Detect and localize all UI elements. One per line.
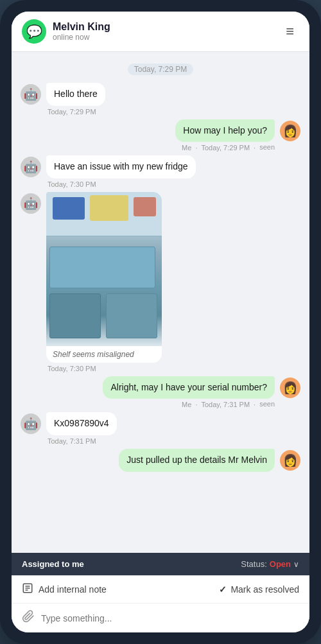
seen-label: seen [259,400,275,408]
msg-content: Shelf seems misaligned Today, 7:30 PM [46,192,162,372]
message-time: Today, 7:30 PM [46,365,162,372]
action-bar: Add internal note ✓ Mark as resolved [12,575,309,604]
avatar: 👩 [280,378,300,398]
message-time: Today, 7:31 PM [201,401,251,408]
resolve-label: Mark as resolved [230,584,299,595]
sender-label: Me [182,144,193,152]
avatar: 👩 [280,450,300,471]
menu-button[interactable]: ≡ [281,21,299,42]
message-text: Have an issue with my new fridge [54,161,188,171]
avatar: 🤖 [21,84,41,105]
input-bar [12,604,309,632]
message-text: Alright, may I have your serial number? [110,382,267,392]
whatsapp-avatar: 💬 [22,19,46,44]
message-row: 🤖 Hello there Today, 7:29 PM [21,83,300,116]
message-text: Kx0987890v4 [54,418,109,428]
contact-name: Melvin King [53,21,281,33]
message-text: How may I help you? [183,125,267,135]
msg-content: Hello there Today, 7:29 PM [46,83,105,116]
header-info: Melvin King online now [53,21,281,42]
resolve-icon: ✓ [219,584,227,595]
sender-label: Me [182,401,193,408]
message-row: How may I help you? Me · Today, 7:29 PM … [21,119,300,152]
dot-separator: · [254,401,257,408]
status-bar: Assigned to me Status: Open ∨ [12,553,309,575]
message-bubble: Hello there [46,83,105,106]
status-badge[interactable]: Status: Open ∨ [241,559,299,569]
message-text: Hello there [54,89,98,99]
message-row: 🤖 Kx0987890v4 Today, 7:31 PM [21,412,300,445]
contact-status: online now [53,33,281,42]
resolve-button[interactable]: ✓ Mark as resolved [219,584,299,595]
msg-content: Alright, may I have your serial number? … [103,376,275,409]
image-bubble: Shelf seems misaligned [46,192,162,363]
note-label: Add internal note [39,584,107,595]
dot-separator: · [195,144,198,152]
message-row: 🤖 Have an issue with my new fridge Today… [21,155,300,188]
assigned-label: Assigned to [22,559,69,569]
header: 💬 Melvin King online now ≡ [12,12,309,52]
msg-content: Just pulled up the details Mr Melvin [119,449,275,472]
status-value: Open [270,559,291,569]
dot-separator: · [254,144,257,152]
assigned-to: Assigned to me [22,559,84,569]
message-time: Today, 7:31 PM [46,437,117,445]
dot-separator: · [195,401,198,408]
assigned-value: me [72,559,84,569]
msg-content: Kx0987890v4 Today, 7:31 PM [46,412,117,445]
add-note-button[interactable]: Add internal note [22,582,107,596]
message-bubble: Alright, may I have your serial number? [103,376,275,399]
status-label: Status: [241,559,266,569]
msg-content: Have an issue with my new fridge Today, … [46,155,196,188]
message-row: Just pulled up the details Mr Melvin 👩 [21,449,300,472]
fridge-image [46,192,162,346]
message-input[interactable] [41,613,299,623]
note-icon [22,582,33,596]
date-divider: Today, 7:29 PM [128,64,194,75]
message-bubble: Kx0987890v4 [46,412,117,435]
chat-area: Today, 7:29 PM 🤖 Hello there Today, 7:29… [12,52,309,553]
outgoing-meta: Me · Today, 7:29 PM · seen [175,142,275,152]
message-row: 🤖 Shelf seems misalig [21,192,300,372]
avatar: 🤖 [21,413,41,434]
message-time: Today, 7:30 PM [46,180,196,188]
message-text: Just pulled up the details Mr Melvin [126,455,267,465]
message-time: Today, 7:29 PM [201,144,251,152]
message-bubble: How may I help you? [175,119,275,143]
seen-label: seen [259,143,275,151]
avatar: 👩 [280,121,300,141]
message-time: Today, 7:29 PM [46,108,105,116]
chevron-down-icon: ∨ [293,560,299,569]
avatar: 🤖 [21,157,41,177]
avatar: 🤖 [21,193,41,214]
image-caption: Shelf seems misaligned [46,346,162,363]
message-bubble: Just pulled up the details Mr Melvin [119,449,275,472]
phone-shell: 💬 Melvin King online now ≡ Today, 7:29 P… [0,0,321,644]
outgoing-meta: Me · Today, 7:31 PM · seen [103,399,275,408]
message-bubble: Have an issue with my new fridge [46,155,196,178]
phone-inner: 💬 Melvin King online now ≡ Today, 7:29 P… [12,12,309,632]
message-row: Alright, may I have your serial number? … [21,376,300,409]
attachment-icon[interactable] [22,610,35,626]
msg-content: How may I help you? Me · Today, 7:29 PM … [175,119,275,152]
whatsapp-icon: 💬 [26,24,42,39]
